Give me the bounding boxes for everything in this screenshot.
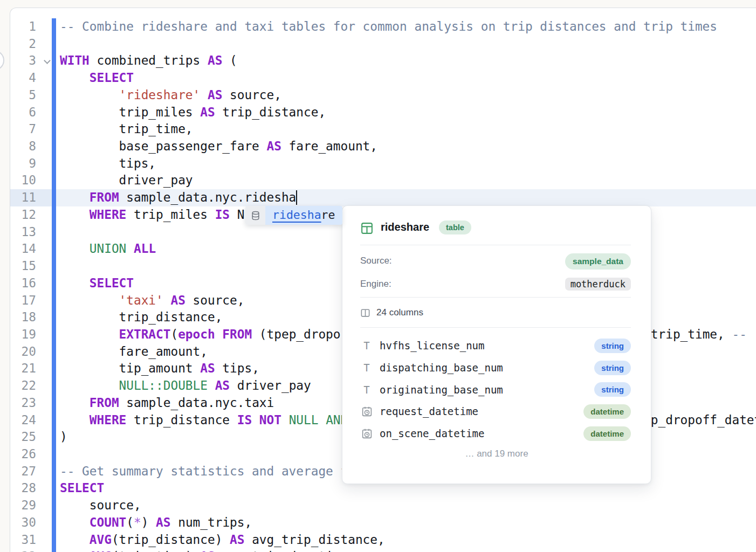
code-line[interactable]: 3WITH combined_trips AS ( bbox=[10, 52, 756, 70]
column-name: hvfhs_license_num bbox=[380, 340, 484, 351]
line-number[interactable]: 28 bbox=[10, 480, 36, 497]
line-number[interactable]: 20 bbox=[10, 343, 36, 361]
peek-button[interactable] bbox=[0, 50, 4, 71]
column-type-badge: datetime bbox=[583, 426, 631, 441]
autocomplete-item-rideshare[interactable]: rideshare bbox=[265, 206, 342, 225]
code-text: -- Get summary statistics and average f bbox=[60, 463, 348, 480]
code-text: tips, bbox=[60, 155, 156, 172]
more-columns-text: … and 19 more bbox=[342, 448, 651, 459]
line-number[interactable]: 32 bbox=[10, 548, 36, 552]
column-row: request_datetimedatetime bbox=[360, 401, 631, 423]
table-name: rideshare bbox=[381, 221, 429, 233]
text-cursor bbox=[296, 190, 297, 205]
code-line[interactable]: 31 AVG(trip_distance) AS avg_trip_distan… bbox=[10, 532, 756, 549]
line-number[interactable]: 23 bbox=[10, 395, 36, 412]
code-line[interactable]: 8 base_passenger_fare AS fare_amount, bbox=[10, 138, 756, 155]
code-text: WITH combined_trips AS ( bbox=[60, 52, 237, 70]
line-number[interactable]: 3 bbox=[10, 52, 36, 70]
code-text: source, bbox=[60, 497, 141, 514]
code-line[interactable]: 2 bbox=[10, 36, 756, 53]
line-number[interactable]: 25 bbox=[10, 429, 36, 446]
line-number[interactable]: 4 bbox=[10, 70, 36, 87]
line-number[interactable]: 16 bbox=[10, 275, 36, 292]
line-number[interactable]: 13 bbox=[10, 224, 36, 241]
table-icon bbox=[360, 222, 374, 237]
line-number[interactable]: 15 bbox=[10, 258, 36, 275]
line-number[interactable]: 6 bbox=[10, 104, 36, 121]
line-number[interactable]: 2 bbox=[10, 36, 36, 53]
line-number[interactable]: 1 bbox=[10, 18, 36, 36]
code-text: SELECT bbox=[60, 275, 134, 292]
autocomplete-match-text: ridesha bbox=[272, 208, 321, 222]
code-line[interactable]: 10 driver_pay bbox=[10, 172, 756, 189]
column-name: request_datetime bbox=[380, 405, 478, 417]
line-number[interactable]: 7 bbox=[10, 121, 36, 138]
column-type-badge: string bbox=[594, 339, 631, 353]
divider bbox=[360, 245, 631, 245]
line-number[interactable]: 22 bbox=[10, 377, 36, 395]
source-label: Source: bbox=[360, 256, 392, 266]
columns-count-row: 24 columns bbox=[360, 307, 423, 318]
column-row: on_scene_datetimedatetime bbox=[360, 423, 631, 445]
code-text: -- Combine rideshare and taxi tables for… bbox=[60, 18, 717, 36]
column-row: Tdispatching_base_numstring bbox=[360, 357, 631, 379]
code-line[interactable]: 9 tips, bbox=[10, 155, 756, 172]
column-name: dispatching_base_num bbox=[380, 362, 503, 374]
line-number[interactable]: 29 bbox=[10, 497, 36, 514]
code-text: 'rideshare' AS source, bbox=[60, 87, 281, 104]
code-text: ) bbox=[60, 429, 67, 446]
code-text: COUNT(*) AS num_trips, bbox=[60, 514, 252, 532]
code-line[interactable]: 30 COUNT(*) AS num_trips, bbox=[10, 514, 756, 532]
line-number[interactable]: 11 bbox=[10, 189, 36, 206]
code-text: fare_amount, bbox=[60, 343, 208, 361]
code-text: AVG(trip_distance) AS avg_trip_distance, bbox=[60, 532, 385, 549]
code-line[interactable]: 4 SELECT bbox=[10, 70, 756, 87]
code-text: NULL::DOUBLE AS driver_pay bbox=[60, 377, 311, 395]
column-type-badge: string bbox=[594, 361, 631, 375]
code-line[interactable]: 11 FROM sample_data.nyc.ridesha bbox=[10, 189, 756, 206]
line-number[interactable]: 14 bbox=[10, 240, 36, 258]
line-number[interactable]: 19 bbox=[10, 326, 36, 343]
code-text: tip_amount AS tips, bbox=[60, 360, 259, 377]
column-name: on_scene_datetime bbox=[380, 427, 484, 439]
line-number[interactable]: 31 bbox=[10, 532, 36, 549]
code-line[interactable]: 32 AVG(trip_time) AS avg_trip_duration, bbox=[10, 548, 756, 552]
code-text: FROM sample_data.nyc.ridesha bbox=[60, 189, 297, 206]
line-number[interactable]: 18 bbox=[10, 309, 36, 326]
line-number[interactable]: 24 bbox=[10, 412, 36, 429]
fold-chevron-icon[interactable] bbox=[44, 58, 51, 65]
code-line[interactable]: 1-- Combine rideshare and taxi tables fo… bbox=[10, 18, 756, 36]
code-text: driver_pay bbox=[60, 172, 193, 189]
code-text: WHERE trip_miles IS N bbox=[60, 206, 244, 224]
line-number[interactable]: 5 bbox=[10, 87, 36, 104]
line-number[interactable]: 27 bbox=[10, 463, 36, 480]
code-text: FROM sample_data.nyc.taxi bbox=[60, 395, 274, 412]
line-number[interactable]: 21 bbox=[10, 360, 36, 377]
autocomplete-rest-text: re bbox=[321, 208, 335, 222]
modified-lines-indicator bbox=[52, 18, 56, 552]
column-name: originating_base_num bbox=[380, 384, 503, 396]
line-number[interactable]: 26 bbox=[10, 446, 36, 463]
code-line[interactable]: 7 trip_time, bbox=[10, 121, 756, 138]
database-icon bbox=[245, 206, 265, 225]
divider bbox=[360, 327, 631, 328]
table-type-badge: table bbox=[439, 220, 471, 234]
line-number[interactable]: 10 bbox=[10, 172, 36, 189]
source-badge: sample_data bbox=[565, 253, 631, 270]
divider bbox=[360, 297, 631, 298]
line-number[interactable]: 12 bbox=[10, 206, 36, 224]
code-line[interactable]: 29 source, bbox=[10, 497, 756, 514]
line-number[interactable]: 17 bbox=[10, 292, 36, 309]
line-number[interactable]: 30 bbox=[10, 514, 36, 532]
engine-badge: motherduck bbox=[565, 278, 631, 291]
code-line[interactable]: 5 'rideshare' AS source, bbox=[10, 87, 756, 104]
column-type-badge: string bbox=[594, 382, 631, 397]
text-type-icon: T bbox=[360, 362, 373, 374]
autocomplete-popup[interactable]: rideshare bbox=[245, 206, 342, 225]
line-number[interactable]: 9 bbox=[10, 155, 36, 172]
table-info-card: rideshare table Source: sample_data Engi… bbox=[342, 205, 651, 484]
code-line[interactable]: 6 trip_miles AS trip_distance, bbox=[10, 104, 756, 121]
code-text: trip_distance, bbox=[60, 309, 222, 326]
line-number[interactable]: 8 bbox=[10, 138, 36, 155]
code-text: base_passenger_fare AS fare_amount, bbox=[60, 138, 377, 155]
